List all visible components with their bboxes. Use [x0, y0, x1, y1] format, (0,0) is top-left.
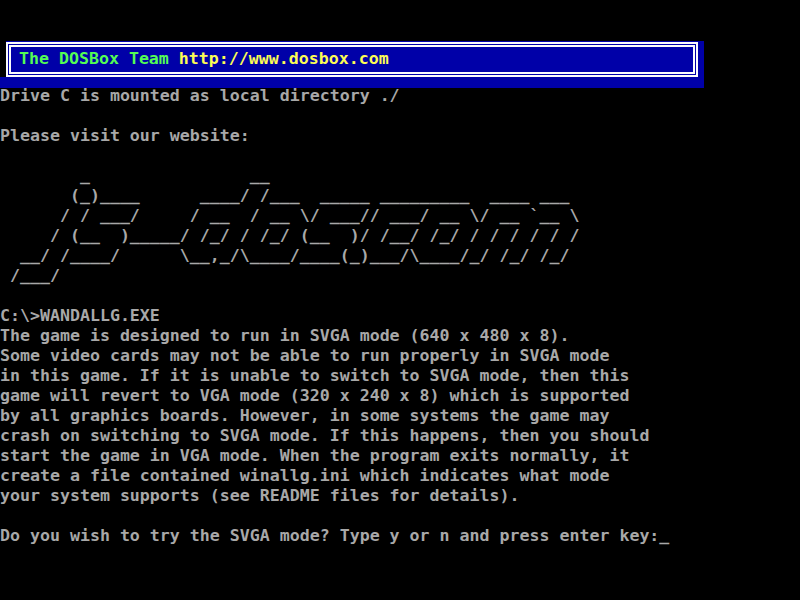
dosbox-url-text: http://www.dosbox.com: [179, 49, 389, 68]
terminal-line: [0, 6, 800, 26]
terminal-line: crash on switching to SVGA mode. If this…: [0, 426, 800, 446]
terminal-line: create a file contained winallg.ini whic…: [0, 466, 800, 486]
prompt-line[interactable]: Do you wish to try the SVGA mode? Type y…: [0, 526, 800, 546]
ascii-art-line: __/ /____/ \__,_/\____/____(_)___/\____/…: [0, 246, 800, 266]
ascii-art-line: / (__ )_____/ /_/ / /_/ (__ )/ /__/ /_/ …: [0, 226, 800, 246]
terminal-line: Drive C is mounted as local directory ./: [0, 86, 800, 106]
terminal-line: Please visit our website:: [0, 126, 800, 146]
dosbox-banner-border-box: The DOSBox Team http://www.dosbox.com: [6, 42, 698, 77]
terminal-line: start the game in VGA mode. When the pro…: [0, 446, 800, 466]
dos-screen: Drive C is mounted as local directory ./…: [0, 0, 800, 600]
terminal-line: C:\>WANDALLG.EXE: [0, 306, 800, 326]
ascii-art-line: (_)____ ____/ /___ _____ _________ ____ …: [0, 186, 800, 206]
terminal-line: by all graphics boards. However, in some…: [0, 406, 800, 426]
terminal-line: [0, 146, 800, 166]
dosbox-banner-title: The DOSBox Team http://www.dosbox.com: [19, 50, 389, 68]
terminal-line: in this game. If it is unable to switch …: [0, 366, 800, 386]
terminal-line: Some video cards may not be able to run …: [0, 346, 800, 366]
ascii-art-line: / / ___/ / __ / __ \/ ___// ___/ __ \/ _…: [0, 206, 800, 226]
ascii-art-line: /___/: [0, 266, 800, 286]
terminal-line: [0, 286, 800, 306]
terminal-line: your system supports (see README files f…: [0, 486, 800, 506]
terminal-line: game will revert to VGA mode (320 x 240 …: [0, 386, 800, 406]
dosbox-banner-bottom-strip: [0, 77, 704, 88]
dosbox-team-label: The DOSBox Team: [19, 49, 179, 68]
terminal-line: The game is designed to run in SVGA mode…: [0, 326, 800, 346]
terminal-line: [0, 506, 800, 526]
terminal-line: [0, 106, 800, 126]
ascii-art-line: _ __: [0, 166, 800, 186]
